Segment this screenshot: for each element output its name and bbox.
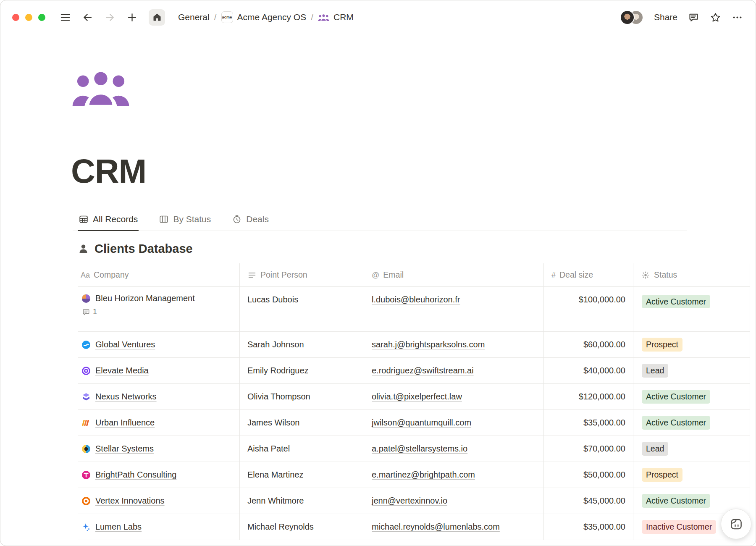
column-header[interactable]: @ Email [364, 263, 544, 286]
back-button[interactable] [82, 12, 93, 23]
status-badge[interactable]: Active Customer [642, 390, 710, 403]
email-cell[interactable]: olivia.t@pixelperfect.law [364, 384, 544, 410]
company-cell[interactable]: BrightPath Consulting [78, 462, 240, 488]
company-link[interactable]: Vertex Innovations [95, 496, 165, 506]
company-cell[interactable]: Stellar Systems [78, 436, 240, 462]
email-cell[interactable]: michael.reynolds@lumenlabs.com [364, 514, 544, 540]
email-link[interactable]: e.rodriguez@swiftstream.ai [372, 366, 474, 375]
close-window-button[interactable] [12, 14, 19, 21]
status-badge[interactable]: Active Customer [642, 494, 710, 507]
company-cell[interactable]: Elevate Media [78, 358, 240, 383]
status-cell[interactable]: Prospect [633, 462, 750, 488]
status-badge[interactable]: Inactive Customer [642, 520, 716, 533]
point-person-cell[interactable]: Jenn Whitmore [240, 488, 364, 514]
collaborator-avatars[interactable] [620, 10, 643, 25]
sidebar-toggle-button[interactable] [60, 12, 71, 23]
status-cell[interactable]: Prospect [633, 332, 750, 357]
new-tab-button[interactable] [126, 12, 138, 23]
deal-size-cell[interactable]: $100,000.00 [544, 287, 633, 331]
comment-indicator[interactable]: 1 [82, 307, 97, 316]
column-header[interactable]: Point Person [240, 263, 364, 286]
email-cell[interactable]: e.rodriguez@swiftstream.ai [364, 358, 544, 383]
company-link[interactable]: BrightPath Consulting [95, 470, 176, 480]
status-badge[interactable]: Lead [642, 442, 668, 455]
point-person-cell[interactable]: Olivia Thompson [240, 384, 364, 410]
email-cell[interactable]: e.martinez@brightpath.com [364, 462, 544, 488]
deal-size-cell[interactable]: $35,000.00 [544, 514, 633, 540]
status-badge[interactable]: Prospect [642, 468, 682, 481]
company-link[interactable]: Bleu Horizon Management [95, 294, 195, 303]
notion-ai-button[interactable] [721, 509, 751, 539]
comments-button[interactable] [688, 12, 699, 23]
email-link[interactable]: a.patel@stellarsystems.io [372, 444, 467, 454]
status-badge[interactable]: Active Customer [642, 295, 710, 308]
email-cell[interactable]: jwilson@quantumquill.com [364, 410, 544, 436]
column-header[interactable]: Status [633, 263, 750, 286]
page-icon[interactable] [72, 68, 131, 108]
company-cell[interactable]: Urban Influence [78, 410, 240, 436]
status-badge[interactable]: Lead [642, 364, 668, 377]
email-link[interactable]: jenn@vertexinnov.io [372, 496, 447, 506]
email-link[interactable]: jwilson@quantumquill.com [372, 418, 471, 428]
breadcrumb-general[interactable]: General [178, 12, 210, 22]
point-person-cell[interactable]: Aisha Patel [240, 436, 364, 462]
email-cell[interactable]: sarah.j@brightsparksolns.com [364, 332, 544, 357]
status-cell[interactable]: Lead [633, 358, 750, 383]
company-cell[interactable]: Lumen Labs [78, 514, 240, 540]
company-cell[interactable]: Vertex Innovations [78, 488, 240, 514]
deal-size-cell[interactable]: $50,000.00 [544, 462, 633, 488]
point-person-cell[interactable]: Elena Martinez [240, 462, 364, 488]
forward-button[interactable] [104, 12, 116, 23]
company-link[interactable]: Lumen Labs [95, 522, 142, 532]
status-cell[interactable]: Active Customer [633, 410, 750, 436]
more-options-button[interactable] [732, 12, 743, 23]
company-cell[interactable]: Bleu Horizon Management 1 [78, 287, 240, 331]
star-icon [710, 12, 721, 23]
company-link[interactable]: Nexus Networks [95, 392, 157, 402]
breadcrumb-page[interactable]: CRM [318, 12, 354, 22]
company-link[interactable]: Urban Influence [95, 418, 155, 428]
email-cell[interactable]: a.patel@stellarsystems.io [364, 436, 544, 462]
share-button[interactable]: Share [654, 12, 677, 22]
email-link[interactable]: michael.reynolds@lumenlabs.com [372, 522, 500, 532]
fullscreen-window-button[interactable] [38, 14, 45, 21]
status-cell[interactable]: Active Customer [633, 384, 750, 410]
home-button[interactable] [149, 9, 165, 26]
deal-size-cell[interactable]: $60,000.00 [544, 332, 633, 357]
tab-by-status[interactable]: By Status [158, 211, 212, 231]
status-badge[interactable]: Active Customer [642, 416, 710, 429]
deal-size-cell[interactable]: $70,000.00 [544, 436, 633, 462]
deal-size-cell[interactable]: $40,000.00 [544, 358, 633, 383]
page-title[interactable]: CRM [71, 155, 756, 188]
favorite-button[interactable] [710, 12, 721, 23]
point-person-cell[interactable]: Michael Reynolds [240, 514, 364, 540]
tab-deals[interactable]: Deals [231, 211, 270, 231]
email-link[interactable]: olivia.t@pixelperfect.law [372, 392, 462, 402]
column-header[interactable]: Aa Company [78, 263, 240, 286]
company-cell[interactable]: Nexus Networks [78, 384, 240, 410]
column-header[interactable]: # Deal size [544, 263, 633, 286]
breadcrumb-workspace[interactable]: acme Acme Agency OS [221, 11, 307, 23]
status-cell[interactable]: Lead [633, 436, 750, 462]
status-cell[interactable]: Active Customer [633, 287, 750, 331]
deal-size-cell[interactable]: $35,000.00 [544, 410, 633, 436]
company-cell[interactable]: Global Ventures [78, 332, 240, 357]
email-link[interactable]: e.martinez@brightpath.com [372, 470, 475, 480]
point-person-cell[interactable]: James Wilson [240, 410, 364, 436]
point-person-cell[interactable]: Lucas Dubois [240, 287, 364, 331]
email-cell[interactable]: l.dubois@bleuhorizon.fr [364, 287, 544, 331]
status-badge[interactable]: Prospect [642, 338, 682, 351]
company-link[interactable]: Global Ventures [95, 340, 155, 349]
email-link[interactable]: sarah.j@brightsparksolns.com [372, 340, 485, 349]
database-title[interactable]: Clients Database [94, 242, 193, 256]
minimize-window-button[interactable] [25, 14, 32, 21]
deal-size-cell[interactable]: $120,000.00 [544, 384, 633, 410]
email-cell[interactable]: jenn@vertexinnov.io [364, 488, 544, 514]
point-person-cell[interactable]: Emily Rodriguez [240, 358, 364, 383]
point-person-cell[interactable]: Sarah Johnson [240, 332, 364, 357]
company-link[interactable]: Elevate Media [95, 366, 149, 375]
deal-size-cell[interactable]: $45,000.00 [544, 488, 633, 514]
tab-all-records[interactable]: All Records [78, 211, 139, 231]
company-link[interactable]: Stellar Systems [95, 444, 154, 454]
email-link[interactable]: l.dubois@bleuhorizon.fr [372, 295, 460, 304]
